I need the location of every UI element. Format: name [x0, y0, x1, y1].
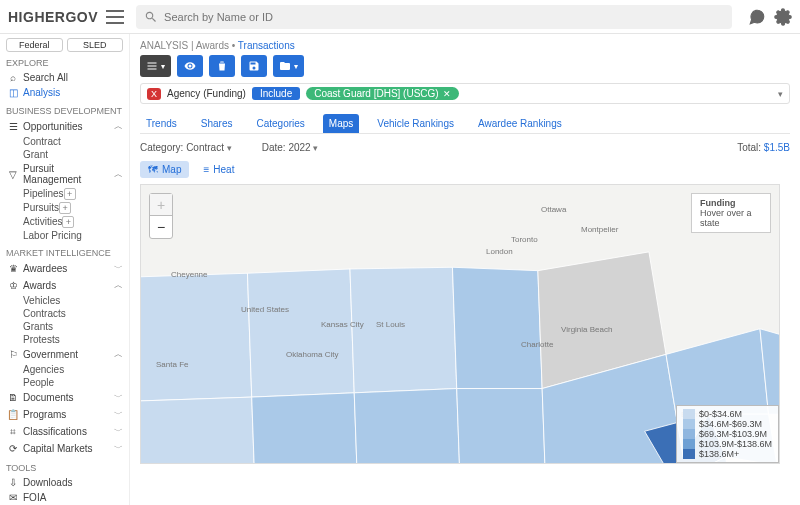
- pill-sled[interactable]: SLED: [67, 38, 124, 52]
- gear-icon[interactable]: [774, 8, 792, 26]
- plus-icon[interactable]: +: [64, 188, 76, 200]
- map-legend: $0-$34.6M $34.6M-$69.3M $69.3M-$103.9M $…: [676, 405, 779, 463]
- nav-documents[interactable]: 🗎Documents﹀: [6, 389, 123, 406]
- map[interactable]: Ottawa Montpelier Toronto London United …: [140, 184, 780, 464]
- nav-classifications[interactable]: ⌗Classifications﹀: [6, 423, 123, 440]
- chevron-up-icon: ︿: [114, 120, 123, 133]
- nav-pipelines[interactable]: Pipelines+: [6, 187, 123, 201]
- nav-downloads[interactable]: ⇩Downloads: [6, 475, 123, 490]
- visibility-button[interactable]: [177, 55, 203, 77]
- chevron-down-icon[interactable]: ▾: [778, 89, 783, 99]
- nav-search-all[interactable]: ⌕Search All: [6, 70, 123, 85]
- nav-agencies[interactable]: Agencies: [6, 363, 123, 376]
- folder-button[interactable]: ▾: [273, 55, 304, 77]
- include-toggle[interactable]: Include: [252, 87, 300, 100]
- mode-toggle: 🗺Map ≡Heat: [140, 161, 790, 178]
- chevron-down-icon: ﹀: [114, 408, 123, 421]
- chevron-up-icon: ︿: [114, 168, 123, 181]
- chat-icon[interactable]: [748, 8, 766, 26]
- zoom-control: + −: [149, 193, 173, 239]
- chevron-down-icon: ﹀: [114, 425, 123, 438]
- nav-protests[interactable]: Protests: [6, 333, 123, 346]
- zoom-in-button[interactable]: +: [150, 194, 172, 216]
- section-explore: Explore: [6, 58, 123, 68]
- close-icon[interactable]: ✕: [443, 89, 451, 99]
- chevron-down-icon: ﹀: [114, 262, 123, 275]
- view-list-button[interactable]: ▾: [140, 55, 171, 77]
- nav-programs[interactable]: 📋Programs﹀: [6, 406, 123, 423]
- nav-contracts[interactable]: Contracts: [6, 307, 123, 320]
- remove-filter-icon[interactable]: X: [147, 88, 161, 100]
- nav-pursuits[interactable]: Pursuits+: [6, 201, 123, 215]
- nav-government[interactable]: ⚐Government︿: [6, 346, 123, 363]
- nav-analysis[interactable]: ◫Analysis: [6, 85, 123, 100]
- main-content: ANALYSIS | Awards • Transactions ▾ ▾ X A…: [130, 34, 800, 505]
- logo: HIGHERGOV: [8, 9, 98, 25]
- nav-labor[interactable]: Labor Pricing: [6, 229, 123, 242]
- plus-icon[interactable]: +: [62, 216, 74, 228]
- nav-awardees[interactable]: ♛Awardees﹀: [6, 260, 123, 277]
- search-input[interactable]: [164, 11, 724, 23]
- nav-contract[interactable]: Contract: [6, 135, 123, 148]
- plus-icon[interactable]: +: [59, 202, 71, 214]
- nav-capital[interactable]: ⟳Capital Markets﹀: [6, 440, 123, 457]
- zoom-out-button[interactable]: −: [150, 216, 172, 238]
- tab-awardee-rankings[interactable]: Awardee Rankings: [472, 114, 568, 133]
- chevron-up-icon: ︿: [114, 279, 123, 292]
- breadcrumb: ANALYSIS | Awards • Transactions: [140, 40, 790, 51]
- chevron-up-icon: ︿: [114, 348, 123, 361]
- top-bar: HIGHERGOV: [0, 0, 800, 34]
- filter-row[interactable]: X Agency (Funding) Include Coast Guard […: [140, 83, 790, 104]
- delete-button[interactable]: [209, 55, 235, 77]
- search-bar[interactable]: [136, 5, 732, 29]
- nav-pursuit[interactable]: ▽Pursuit Management︿: [6, 161, 123, 187]
- tabs: Trends Shares Categories Maps Vehicle Ra…: [140, 114, 790, 134]
- hamburger-icon[interactable]: [106, 10, 124, 24]
- chevron-down-icon: ﹀: [114, 391, 123, 404]
- nav-opportunities[interactable]: ☰Opportunities︿: [6, 118, 123, 135]
- tab-categories[interactable]: Categories: [250, 114, 310, 133]
- tab-vehicle-rankings[interactable]: Vehicle Rankings: [371, 114, 460, 133]
- toolbar: ▾ ▾: [140, 55, 790, 77]
- nav-awards[interactable]: ♔Awards︿: [6, 277, 123, 294]
- tab-trends[interactable]: Trends: [140, 114, 183, 133]
- agency-chip[interactable]: Coast Guard [DHS] (USCG)✕: [306, 87, 458, 100]
- nav-grants[interactable]: Grants: [6, 320, 123, 333]
- nav-grant[interactable]: Grant: [6, 148, 123, 161]
- section-bizdev: Business Development: [6, 106, 123, 116]
- date-select[interactable]: Date: 2022 ▾: [262, 142, 319, 153]
- nav-vehicles[interactable]: Vehicles: [6, 294, 123, 307]
- bc-transactions[interactable]: Transactions: [238, 40, 295, 51]
- mode-map[interactable]: 🗺Map: [140, 161, 189, 178]
- filter-label: Agency (Funding): [167, 88, 246, 99]
- tab-maps[interactable]: Maps: [323, 114, 359, 133]
- mode-heat[interactable]: ≡Heat: [195, 161, 242, 178]
- nav-people[interactable]: People: [6, 376, 123, 389]
- chevron-down-icon: ﹀: [114, 442, 123, 455]
- nav-foia[interactable]: ✉FOIA: [6, 490, 123, 505]
- options-bar: Category: Contract ▾ Date: 2022 ▾ Total:…: [140, 138, 790, 157]
- map-icon: 🗺: [148, 164, 158, 175]
- category-select[interactable]: Category: Contract ▾: [140, 142, 232, 153]
- sidebar: Federal SLED Explore ⌕Search All ◫Analys…: [0, 34, 130, 505]
- save-button[interactable]: [241, 55, 267, 77]
- nav-activities[interactable]: Activities+: [6, 215, 123, 229]
- tab-shares[interactable]: Shares: [195, 114, 239, 133]
- section-tools: Tools: [6, 463, 123, 473]
- section-mi: Market Intelligence: [6, 248, 123, 258]
- total-value: Total: $1.5B: [737, 142, 790, 153]
- search-icon: [144, 10, 158, 24]
- pill-federal[interactable]: Federal: [6, 38, 63, 52]
- map-tooltip: Funding Hover over a state: [691, 193, 771, 233]
- heat-icon: ≡: [203, 164, 209, 175]
